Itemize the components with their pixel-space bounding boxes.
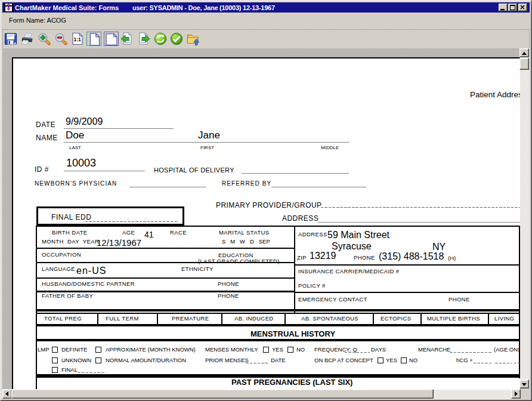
svg-text:1:1: 1:1 [74, 36, 82, 42]
